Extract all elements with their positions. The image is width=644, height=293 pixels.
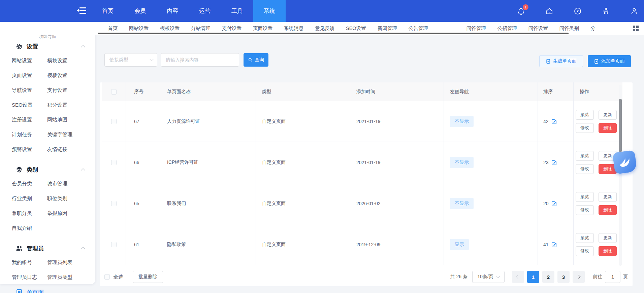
sidebar-link[interactable]: 模板设置 bbox=[47, 68, 88, 83]
prev-page-button[interactable] bbox=[512, 271, 524, 283]
preview-button[interactable]: 预览 bbox=[576, 110, 594, 120]
tab-item[interactable]: 新闻管理 bbox=[378, 25, 397, 32]
sidebar-link[interactable]: 支付设置 bbox=[47, 83, 88, 98]
tab-item[interactable]: 首页 bbox=[108, 25, 118, 32]
sidebar-link[interactable]: 模块设置 bbox=[47, 53, 88, 68]
sidebar-link[interactable]: 网站设置 bbox=[12, 53, 47, 68]
tab-item[interactable]: 模板设置 bbox=[160, 25, 180, 32]
nav-item[interactable]: 系统 bbox=[253, 0, 286, 22]
sidebar-link[interactable]: 举报原因 bbox=[47, 206, 88, 221]
modify-button[interactable]: 修改 bbox=[576, 164, 594, 174]
scrollbar-thumb[interactable] bbox=[619, 99, 622, 152]
sidebar-link[interactable]: 注册设置 bbox=[12, 112, 47, 127]
sidebar-link[interactable]: 自我介绍 bbox=[12, 221, 47, 235]
row-checkbox[interactable] bbox=[111, 242, 117, 247]
sidebar-link[interactable]: 管理员列表 bbox=[47, 255, 88, 270]
sidebar-link[interactable]: 管理员类型 bbox=[47, 270, 88, 285]
section-header-settings[interactable]: 设置 bbox=[16, 42, 87, 50]
user-icon[interactable] bbox=[630, 7, 639, 15]
tab-item[interactable]: 问答类别 bbox=[559, 25, 579, 32]
search-input[interactable] bbox=[161, 53, 239, 67]
nav-item[interactable]: 首页 bbox=[92, 0, 124, 22]
preview-button[interactable]: 预览 bbox=[576, 151, 594, 161]
sidebar-link[interactable]: 导航设置 bbox=[12, 83, 47, 98]
chevron-up-icon[interactable] bbox=[81, 45, 85, 49]
sidebar-link[interactable]: 职位类别 bbox=[47, 191, 88, 206]
home-icon[interactable] bbox=[545, 7, 554, 15]
sidebar-section-singlepage-active[interactable]: 单页面 bbox=[16, 289, 44, 293]
update-button[interactable]: 更新 bbox=[599, 233, 617, 243]
sidebar-link[interactable]: 管理员日志 bbox=[12, 270, 47, 285]
tab-item[interactable]: 网站设置 bbox=[129, 25, 149, 32]
tab-item[interactable]: 系统消息 bbox=[284, 25, 303, 32]
add-page-button[interactable]: 添加单页面 bbox=[588, 55, 631, 67]
delete-button[interactable]: 删除 bbox=[599, 205, 617, 215]
tab-item[interactable]: SEO设置 bbox=[346, 25, 366, 32]
modify-button[interactable]: 修改 bbox=[576, 205, 594, 215]
tab-item[interactable]: 分站管理 bbox=[191, 25, 211, 32]
modify-button[interactable]: 修改 bbox=[576, 246, 594, 256]
table-vertical-scrollbar[interactable] bbox=[619, 85, 622, 266]
tab-item[interactable]: 支付设置 bbox=[222, 25, 242, 32]
preview-button[interactable]: 预览 bbox=[576, 233, 594, 243]
sidebar-link[interactable]: 会员分类 bbox=[12, 176, 47, 191]
tab-item[interactable]: 意见反馈 bbox=[315, 25, 334, 32]
bell-icon[interactable]: 1 bbox=[517, 7, 525, 15]
nav-item[interactable]: 会员 bbox=[124, 0, 156, 22]
row-checkbox[interactable] bbox=[111, 119, 117, 124]
page-button[interactable]: 3 bbox=[557, 271, 570, 283]
sidebar-link[interactable]: 页面设置 bbox=[12, 68, 47, 83]
tab-item-partial[interactable]: 分 bbox=[590, 25, 595, 32]
modify-button[interactable]: 修改 bbox=[576, 123, 594, 133]
section-header-admin[interactable]: 管理员 bbox=[16, 244, 87, 252]
sidebar-link[interactable]: 预警设置 bbox=[12, 142, 47, 157]
compass-icon[interactable] bbox=[573, 7, 582, 15]
nav-item[interactable]: 内容 bbox=[156, 0, 189, 22]
chevron-up-icon[interactable] bbox=[81, 168, 85, 173]
page-size-select[interactable]: 10条/页 bbox=[472, 271, 505, 283]
header-checkbox[interactable] bbox=[111, 89, 117, 95]
sidebar-link[interactable]: 兼职分类 bbox=[12, 206, 47, 221]
query-button[interactable]: 查询 bbox=[244, 53, 268, 67]
clean-cache-icon[interactable] bbox=[602, 7, 610, 15]
page-button[interactable]: 2 bbox=[542, 271, 554, 283]
tabbar-horizontal-scrollbar[interactable] bbox=[98, 33, 569, 34]
chevron-up-icon[interactable] bbox=[81, 247, 85, 251]
preview-button[interactable]: 预览 bbox=[576, 192, 594, 202]
goto-page-input[interactable] bbox=[605, 271, 620, 283]
edit-sort-icon[interactable] bbox=[551, 159, 557, 166]
row-checkbox[interactable] bbox=[111, 160, 117, 165]
link-type-select[interactable]: 链接类型 bbox=[104, 53, 157, 67]
tab-item[interactable]: 页面设置 bbox=[253, 25, 272, 32]
batch-delete-button[interactable]: 批量删除 bbox=[133, 271, 163, 283]
row-checkbox[interactable] bbox=[111, 201, 117, 206]
update-button[interactable]: 更新 bbox=[599, 110, 617, 120]
sidebar-link[interactable]: 网站地图 bbox=[47, 112, 88, 127]
sidebar-link[interactable]: SEO设置 bbox=[12, 98, 47, 112]
generate-page-button[interactable]: 生成单页面 bbox=[539, 55, 583, 67]
sidebar-link[interactable]: 行业类别 bbox=[12, 191, 47, 206]
tab-item[interactable]: 问答管理 bbox=[466, 25, 486, 32]
nav-item[interactable]: 运营 bbox=[189, 0, 221, 22]
page-button[interactable]: 1 bbox=[527, 271, 539, 283]
tab-item[interactable]: 公告管理 bbox=[409, 25, 428, 32]
edit-sort-icon[interactable] bbox=[551, 118, 557, 124]
update-button[interactable]: 更新 bbox=[599, 192, 617, 202]
sidebar-link[interactable]: 城市管理 bbox=[47, 176, 88, 191]
delete-button[interactable]: 删除 bbox=[599, 246, 617, 256]
edit-sort-icon[interactable] bbox=[551, 200, 557, 207]
sidebar-link[interactable]: 关键字管理 bbox=[47, 127, 88, 142]
floating-assistant-widget[interactable] bbox=[612, 150, 637, 175]
next-page-button[interactable] bbox=[573, 271, 585, 283]
edit-sort-icon[interactable] bbox=[551, 242, 557, 248]
sidebar-link[interactable]: 友情链接 bbox=[47, 142, 88, 157]
sidebar-link[interactable]: 积分设置 bbox=[47, 98, 88, 112]
section-header-category[interactable]: 类别 bbox=[16, 166, 87, 174]
tab-item[interactable]: 问答设置 bbox=[528, 25, 548, 32]
sidebar-link[interactable]: 计划任务 bbox=[12, 127, 47, 142]
sidebar-link[interactable]: 我的帐号 bbox=[12, 255, 47, 270]
select-all-label[interactable]: 全选 bbox=[113, 274, 123, 280]
tab-item[interactable]: 公招管理 bbox=[497, 25, 517, 32]
delete-button[interactable]: 删除 bbox=[599, 123, 617, 133]
grid-icon[interactable] bbox=[631, 25, 640, 32]
